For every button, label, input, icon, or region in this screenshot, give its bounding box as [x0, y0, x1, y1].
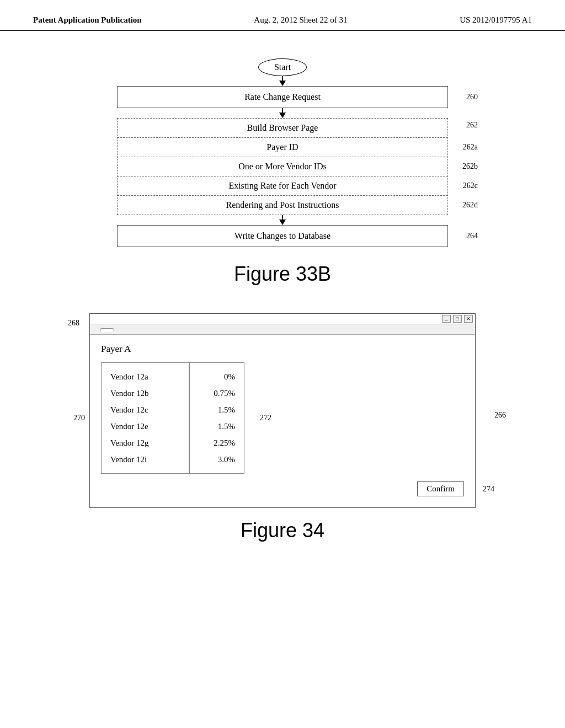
ref-262c: 262c: [463, 181, 478, 190]
box-262-group: Build Browser Page 262 Payer ID 262a One…: [117, 118, 448, 215]
rate-12e: 1.5%: [199, 418, 235, 435]
box-262c: Existing Rate for Each Vendor 262c: [118, 176, 447, 196]
vendor-item-12e: Vendor 12e: [110, 418, 180, 435]
close-button[interactable]: ✕: [464, 315, 473, 323]
main-content: Start Rate Change Request 260 Bu: [0, 31, 565, 553]
vendor-item-12g: Vendor 12g: [110, 435, 180, 451]
figure-33b-title: Figure 33B: [234, 263, 331, 286]
rate-12a: 0%: [199, 368, 235, 385]
box-262b: One or More Vendor IDs 262b: [118, 157, 447, 176]
figure-33b-section: Start Rate Change Request 260 Bu: [33, 58, 532, 286]
rate-12g: 2.25%: [199, 435, 235, 451]
ref-266: 266: [494, 411, 506, 420]
ref-262b: 262b: [462, 162, 478, 171]
ref-262: 262: [466, 121, 478, 130]
vendor-item-12i: Vendor 12i: [110, 451, 180, 468]
arrow-262d-to-264: [279, 215, 286, 225]
minimize-button[interactable]: _: [442, 315, 451, 323]
box-264: Write Changes to Database 264: [117, 225, 448, 247]
vendor-item-12c: Vendor 12c: [110, 402, 180, 418]
browser-window-266: _ □ ✕ 268 Payer A 270 Vendor: [89, 313, 476, 508]
box-260: Rate Change Request 260: [117, 86, 448, 108]
publication-label: Patent Application Publication: [33, 15, 142, 25]
box-262a: Payer ID 262a: [118, 138, 447, 157]
ref-272: 272: [260, 410, 271, 426]
vendor-item-12a: Vendor 12a: [110, 368, 180, 385]
rate-12i: 3.0%: [199, 451, 235, 468]
confirm-button[interactable]: Confirm: [417, 481, 464, 496]
browser-outer: 266 _ □ ✕ 268 Payer A 270: [89, 313, 476, 508]
vendor-list: Vendor 12a Vendor 12b Vendor 12c Vendor …: [101, 362, 189, 474]
restore-button[interactable]: □: [453, 315, 462, 323]
figure-34-section: 266 _ □ ✕ 268 Payer A 270: [33, 313, 532, 542]
vendor-item-12b: Vendor 12b: [110, 385, 180, 402]
payer-label: Payer A: [101, 344, 464, 355]
tab-row: 268: [90, 324, 475, 335]
rate-12b: 0.75%: [199, 385, 235, 402]
browser-titlebar: _ □ ✕: [90, 314, 475, 324]
rate-12c: 1.5%: [199, 402, 235, 418]
flowchart-33b: Start Rate Change Request 260 Bu: [117, 58, 448, 247]
ref-268: 268: [68, 319, 79, 328]
box-262d: Rendering and Post Instructions 262d: [118, 196, 447, 215]
arrow-260-to-262: [279, 108, 286, 118]
sheet-info: Aug. 2, 2012 Sheet 22 of 31: [254, 15, 347, 25]
box-262: Build Browser Page 262: [118, 119, 447, 138]
ref-262a: 262a: [463, 143, 478, 152]
browser-tab[interactable]: [100, 328, 114, 332]
figure-34-title: Figure 34: [241, 519, 324, 542]
vendor-table: 270 Vendor 12a Vendor 12b Vendor 12c Ven…: [101, 362, 464, 474]
ref-264: 264: [466, 232, 478, 240]
start-oval: Start: [258, 58, 307, 76]
ref-270: 270: [73, 414, 85, 422]
rate-list: 0% 0.75% 1.5% 1.5% 2.25% 3.0% 272: [189, 362, 244, 474]
ref-260: 260: [466, 93, 478, 101]
patent-number: US 2012/0197795 A1: [460, 15, 532, 25]
confirm-row: Confirm 274: [101, 481, 464, 496]
ref-262d: 262d: [462, 201, 478, 210]
ref-274: 274: [483, 485, 494, 494]
browser-content: Payer A 270 Vendor 12a Vendor 12b Vendor…: [90, 335, 475, 507]
page-header: Patent Application Publication Aug. 2, 2…: [0, 0, 565, 31]
arrow-start-to-260: [279, 76, 286, 86]
